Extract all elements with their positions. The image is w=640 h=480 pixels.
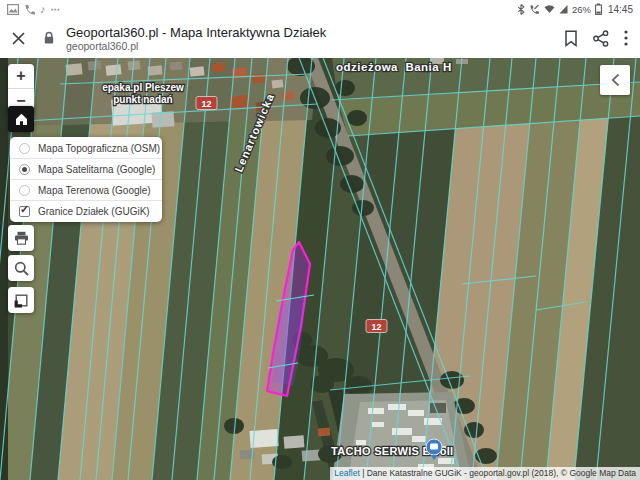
road-shield-number: 12 [201,99,211,109]
chevron-left-icon [611,73,620,87]
ssl-lock [36,31,62,45]
bluetooth-icon [517,4,525,15]
screenshot-icon [7,4,19,15]
poi-label-epaka-line2: punkt nadań [113,94,172,105]
satellite-map[interactable]: 12 12 odzieżowa Bania H epaka.pl Pleszew… [0,58,640,480]
overflow-menu-button[interactable] [624,30,628,46]
printer-icon [14,231,29,245]
system-icons: 26% 14:45 [517,3,633,15]
side-panel-toggle-button[interactable] [600,65,630,95]
notification-icons: ♪ ⋯ [7,4,62,15]
map-edge-shadow [0,58,8,480]
zoom-in-button[interactable]: + [8,64,34,88]
kebab-menu-icon [624,30,628,46]
page-title: Geoportal360.pl - Mapa Interaktywna Dzia… [66,25,558,40]
lock-icon [43,31,55,45]
road-shield-top: 12 [196,97,217,110]
poi-label-top: odzieżowa Bania H [336,61,452,73]
layer-option-parcel-borders[interactable]: Granice Działek (GUGiK) [10,201,162,221]
more-notifications-icon: ⋯ [51,4,62,15]
close-button[interactable] [0,31,36,46]
home-button[interactable] [8,106,34,132]
page-url: geoportal360.pl [66,40,558,52]
road-shield-number: 12 [371,322,381,332]
search-button[interactable] [8,255,34,281]
checkbox-checked-icon [19,206,30,217]
search-icon [14,261,29,276]
map-viewport[interactable]: 12 12 odzieżowa Bania H epaka.pl Pleszew… [0,58,640,480]
radio-checked-icon [19,164,30,175]
layer-option-satellite[interactable]: Mapa Satelitarna (Google) [10,159,162,180]
layer-option-terrain[interactable]: Mapa Terenowa (Google) [10,180,162,201]
browser-header: Geoportal360.pl - Mapa Interaktywna Dzia… [0,18,640,58]
clock: 14:45 [608,4,633,15]
share-button[interactable] [593,30,609,47]
poi-label-epaka-line1: epaka.pl Pleszew [102,82,184,93]
select-parcel-button[interactable] [8,287,34,313]
battery-icon [595,3,602,15]
layers-panel: Mapa Topograficzna (OSM) Mapa Satelitarn… [10,137,162,222]
leaflet-link[interactable]: Leaflet [334,468,360,478]
home-icon [14,112,29,126]
phone-mute-icon [529,4,540,15]
share-icon [593,30,609,47]
radio-unchecked-icon [19,185,30,196]
road-shield-mid: 12 [366,320,387,333]
map-attribution: Leaflet | Dane Katastralne GUGiK - geopo… [330,467,640,480]
battery-percent: 26% [572,4,591,15]
signal-icon [559,4,568,14]
print-button[interactable] [8,225,34,251]
attribution-text: | Dane Katastralne GUGiK - geoportal.gov… [362,468,636,478]
layer-option-topographic[interactable]: Mapa Topograficzna (OSM) [10,138,162,159]
music-note-icon: ♪ [40,4,46,14]
close-icon [11,31,26,46]
rectangle-select-icon [14,293,29,308]
radio-unchecked-icon [19,143,30,154]
bookmark-icon [564,30,578,47]
phone-icon [24,4,35,15]
bookmark-button[interactable] [564,30,578,47]
status-bar: ♪ ⋯ 26% 14:45 [0,0,640,18]
wifi-icon [544,4,555,14]
page-title-block: Geoportal360.pl - Mapa Interaktywna Dzia… [62,25,558,52]
